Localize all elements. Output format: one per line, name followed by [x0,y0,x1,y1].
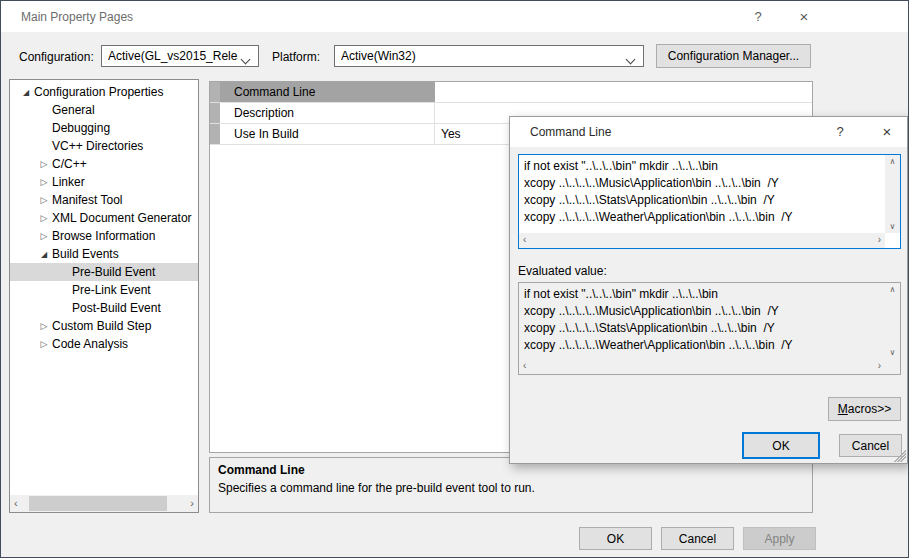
property-name: Command Line [220,82,435,102]
tree-item-label: C/C++ [52,157,87,171]
command-line-text: if not exist "..\..\..\bin" mkdir ..\..\… [524,158,882,231]
scroll-right-icon[interactable]: › [190,495,194,512]
description-title: Command Line [218,463,305,477]
close-button[interactable]: × [787,6,821,27]
horizontal-scrollbar[interactable]: ‹ › [519,233,885,248]
tree-collapsed-icon[interactable]: ▷ [36,159,52,169]
help-button[interactable]: ? [741,6,775,27]
help-icon: ? [836,124,843,139]
evaluated-value-label: Evaluated value: [518,264,607,278]
tree-item-manifest-tool[interactable]: ▷ Manifest Tool [10,191,198,209]
tree-item-label: Post-Build Event [72,301,161,315]
tree-item-xml-document-generator[interactable]: ▷ XML Document Generator [10,209,198,227]
tree-item-label: Custom Build Step [52,319,151,333]
scroll-up-icon[interactable]: ∧ [885,285,900,294]
command-line-dialog: Command Line ? × if not exist "..\..\..\… [509,116,908,464]
tree-collapsed-icon[interactable]: ▷ [36,177,52,187]
tree-item-vcpp-directories[interactable]: VC++ Directories [10,137,198,155]
configuration-value: Active(GL_vs2015_Release [108,49,238,63]
tree-item-c-cpp[interactable]: ▷ C/C++ [10,155,198,173]
apply-button[interactable]: Apply [743,527,816,550]
property-name: Description [220,103,435,123]
tree-item-custom-build-step[interactable]: ▷ Custom Build Step [10,317,198,335]
close-button[interactable]: × [872,121,902,142]
platform-value: Active(Win32) [341,49,623,63]
tree-item-configuration-properties[interactable]: ◢ Configuration Properties [10,83,198,101]
scroll-down-icon[interactable]: ∨ [885,348,900,357]
tree-item-label: Code Analysis [52,337,128,351]
tree-expanded-icon[interactable]: ◢ [18,88,34,97]
tree-item-label: Configuration Properties [34,85,163,99]
tree-collapsed-icon[interactable]: ▷ [36,231,52,241]
configuration-combobox[interactable]: Active(GL_vs2015_Release [101,45,259,67]
tree-item-post-build-event[interactable]: Post-Build Event [10,299,198,317]
ok-button[interactable]: OK [579,527,652,550]
scroll-left-icon[interactable]: ‹ [523,360,526,371]
row-gutter [210,82,220,102]
command-line-title-bar: Command Line ? × [510,117,907,147]
scrollbar-thumb[interactable] [29,496,167,511]
tree-collapsed-icon[interactable]: ▷ [36,195,52,205]
scroll-right-icon[interactable]: › [878,234,881,245]
tree-item-label: Manifest Tool [52,193,122,207]
tree-item-label: General [52,103,95,117]
tree-item-debugging[interactable]: Debugging [10,119,198,137]
close-icon: × [883,123,892,140]
horizontal-scrollbar[interactable]: ‹ › [519,359,885,374]
macros-rest: acros>> [848,402,891,416]
tree-item-label: XML Document Generator [52,211,192,225]
tree-item-linker[interactable]: ▷ Linker [10,173,198,191]
tree-item-pre-link-event[interactable]: Pre-Link Event [10,281,198,299]
platform-label: Platform: [272,50,320,64]
scroll-left-icon[interactable]: ‹ [14,495,18,512]
tree-item-browse-information[interactable]: ▷ Browse Information [10,227,198,245]
row-gutter [210,103,220,123]
macros-button[interactable]: Macros>> [828,397,901,421]
vertical-scrollbar[interactable]: ∧ ∨ [885,283,900,359]
property-value[interactable] [435,82,812,102]
tree-item-label: Browse Information [52,229,155,243]
tree-collapsed-icon[interactable]: ▷ [36,339,52,349]
close-icon: × [800,8,809,25]
property-row-command-line[interactable]: Command Line [210,82,812,103]
tree-item-build-events[interactable]: ◢ Build Events [10,245,198,263]
scroll-up-icon[interactable]: ∧ [885,157,900,166]
tree-item-general[interactable]: General [10,101,198,119]
scroll-right-icon[interactable]: › [878,360,881,371]
cancel-button[interactable]: Cancel [839,434,902,457]
tree-item-label: Build Events [52,247,119,261]
property-name: Use In Build [220,124,435,144]
chevron-down-icon [627,52,639,64]
tree-horizontal-scrollbar[interactable]: ‹ › [10,495,198,512]
configuration-manager-button[interactable]: Configuration Manager... [656,44,811,68]
tree-collapsed-icon[interactable]: ▷ [36,321,52,331]
command-line-textarea[interactable]: if not exist "..\..\..\bin" mkdir ..\..\… [518,154,901,249]
tree-collapsed-icon[interactable]: ▷ [36,213,52,223]
tree-item-code-analysis[interactable]: ▷ Code Analysis [10,335,198,353]
resize-grip[interactable] [894,450,906,462]
help-icon: ? [754,9,761,24]
scroll-down-icon[interactable]: ∨ [885,222,900,231]
ok-button[interactable]: OK [742,432,820,459]
evaluated-value-box[interactable]: if not exist "..\..\..\bin" mkdir ..\..\… [518,282,901,375]
macros-mnemonic: M [838,402,848,416]
tree-item-label: Pre-Build Event [72,265,155,279]
configuration-label: Configuration: [19,50,94,64]
vertical-scrollbar[interactable]: ∧ ∨ [885,155,900,233]
platform-combobox[interactable]: Active(Win32) [334,45,644,67]
tree-item-label: Debugging [52,121,110,135]
tree-item-label: Linker [52,175,85,189]
window-title: Main Property Pages [21,10,133,24]
property-description-panel: Command Line Specifies a command line fo… [209,457,813,513]
tree-item-label: VC++ Directories [52,139,143,153]
tree-item-pre-build-event[interactable]: Pre-Build Event [10,263,198,281]
tree-item-label: Pre-Link Event [72,283,151,297]
scroll-left-icon[interactable]: ‹ [523,234,526,245]
tree-expanded-icon[interactable]: ◢ [36,250,52,259]
help-button[interactable]: ? [825,121,855,142]
description-text: Specifies a command line for the pre-bui… [218,481,535,495]
chevron-down-icon [242,52,254,64]
configuration-tree: ◢ Configuration Properties General Debug… [9,79,199,513]
cancel-button[interactable]: Cancel [661,527,734,550]
dialog-title: Command Line [530,125,611,139]
